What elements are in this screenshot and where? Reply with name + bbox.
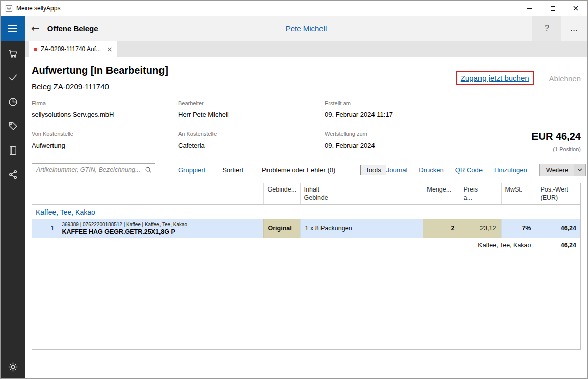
minimize-button[interactable]: [518, 1, 541, 16]
maximize-button[interactable]: [541, 1, 564, 16]
field-label: Bearbeiter: [178, 100, 325, 106]
journal-link[interactable]: Journal: [386, 166, 408, 174]
search-icon[interactable]: [145, 166, 152, 175]
total-amount: EUR 46,24: [531, 131, 581, 143]
app-icon: [5, 5, 13, 12]
document-total: EUR 46,24 (1 Position): [531, 131, 581, 152]
search-input[interactable]: [32, 163, 155, 176]
col-header-inhalt[interactable]: Inhalt Gebinde: [300, 183, 423, 204]
col-header-wert[interactable]: Pos.-Wert (EUR): [537, 183, 580, 204]
sidebar-item-statistics[interactable]: [1, 89, 25, 114]
col-header-menge[interactable]: Menge...: [423, 183, 460, 204]
sidebar: [1, 16, 25, 378]
cell-mwst: 7%: [501, 219, 537, 238]
field-erstellt-am: Erstellt am 09. Februar 2024 11:17: [325, 100, 471, 118]
chevron-down-icon: [574, 164, 585, 176]
unsaved-indicator-dot: [34, 48, 37, 51]
tag-icon: [8, 121, 18, 131]
field-value: sellysolutions Serv.ges.mbH: [32, 111, 178, 118]
document-content: Aufwertung [In Bearbeitung] Beleg ZA-020…: [25, 57, 587, 378]
sidebar-item-tasks[interactable]: [1, 65, 25, 89]
field-bearbeiter: Bearbeiter Herr Pete Michell: [178, 100, 325, 118]
toolbar-actions: Journal Drucken QR Code Hinzufügen Weite…: [386, 164, 586, 176]
tab-document[interactable]: ZA-0209-111740 Auf... ×: [29, 41, 117, 57]
window-title: Meine sellyApps: [16, 5, 60, 12]
col-header-preis[interactable]: Preis a...: [460, 183, 501, 204]
fields-divider: [32, 125, 581, 125]
book-now-link[interactable]: Zugang jetzt buchen: [461, 74, 529, 82]
group-header-row[interactable]: Kaffee, Tee, Kakao: [32, 204, 580, 219]
sidebar-item-journal[interactable]: [1, 138, 25, 162]
cell-gebinde[interactable]: Original: [263, 219, 300, 238]
reject-link[interactable]: Ablehnen: [549, 74, 581, 83]
field-an-kostenstelle: An Kostenstelle Cafeteria: [178, 131, 325, 149]
field-value: Herr Pete Michell: [178, 111, 325, 118]
cart-icon: [8, 48, 18, 59]
back-arrow-icon: ←: [31, 22, 40, 34]
maximize-icon: [551, 6, 555, 11]
field-value: Aufwertung: [32, 141, 178, 149]
field-label: Erstellt am: [325, 100, 471, 106]
field-label: An Kostenstelle: [178, 131, 325, 137]
grouped-toggle[interactable]: Gruppiert: [178, 166, 205, 174]
field-label: Wertstellung zum: [325, 131, 471, 137]
cell-pos-wert: 46,24: [537, 219, 580, 238]
titlebar: Meine sellyApps ×: [1, 1, 587, 16]
table-header-row: Gebinde... Inhalt Gebinde Menge... Preis…: [32, 183, 580, 204]
app-header: ← Offene Belege Pete Michell ? …: [25, 16, 587, 41]
cell-preis[interactable]: 23,12: [460, 219, 501, 238]
col-header-mwst[interactable]: MwSt.: [501, 183, 537, 204]
table-row[interactable]: 1 369389 | 07622200188512 | Kaffee | Kaf…: [32, 219, 580, 238]
pie-chart-icon: [8, 97, 18, 107]
group-summary-row: Kaffee, Tee, Kakao 46,24: [32, 238, 580, 252]
hamburger-icon: [8, 25, 17, 26]
col-header-description[interactable]: [59, 183, 263, 204]
add-item-link[interactable]: Hinzufügen: [494, 166, 527, 174]
more-actions-label: Weitere: [540, 166, 575, 174]
field-value: 09. Februar 2024: [325, 141, 471, 149]
sorted-toggle[interactable]: Sortiert: [222, 166, 243, 174]
group-label[interactable]: Kaffee, Tee, Kakao: [32, 204, 580, 219]
problems-link[interactable]: Probleme oder Fehler (0): [262, 166, 335, 174]
field-value: Cafeteria: [178, 141, 325, 149]
hamburger-menu-button[interactable]: [1, 16, 25, 41]
close-icon: ×: [572, 4, 579, 12]
sidebar-item-articles[interactable]: [1, 114, 25, 138]
current-user-link[interactable]: Pete Michell: [286, 24, 327, 33]
header-more-button[interactable]: …: [561, 16, 587, 41]
check-icon: [8, 72, 18, 83]
total-positions: (1 Position): [531, 146, 581, 152]
field-wertstellung: Wertstellung zum 09. Februar 2024: [325, 131, 471, 149]
minimize-icon: [527, 8, 532, 9]
summary-label: Kaffee, Tee, Kakao: [32, 238, 537, 252]
item-meta: 369389 | 07622200188512 | Kaffee | Kaffe…: [62, 221, 260, 228]
document-actions: Zugang jetzt buchen Ablehnen: [456, 71, 581, 85]
help-button[interactable]: ?: [532, 16, 561, 41]
tools-button[interactable]: Tools: [360, 165, 386, 175]
back-button[interactable]: ←: [31, 23, 40, 33]
sidebar-item-settings[interactable]: [1, 355, 25, 378]
col-header-num[interactable]: [32, 183, 59, 204]
close-button[interactable]: ×: [564, 1, 587, 16]
field-firma: Firma sellysolutions Serv.ges.mbH: [32, 100, 178, 118]
positions-table: Gebinde... Inhalt Gebinde Menge... Preis…: [32, 183, 580, 252]
field-label: Von Kostenstelle: [32, 131, 178, 137]
cell-menge[interactable]: 2: [423, 219, 460, 238]
field-value: 09. Februar 2024 11:17: [325, 111, 471, 118]
more-actions-dropdown[interactable]: Weitere: [539, 164, 586, 176]
tab-close-button[interactable]: ×: [104, 45, 113, 53]
row-description: 369389 | 07622200188512 | Kaffee | Kaffe…: [59, 219, 263, 238]
app-window: Meine sellyApps ×: [0, 0, 588, 379]
col-header-gebinde[interactable]: Gebinde...: [263, 183, 300, 204]
sidebar-item-cart[interactable]: [1, 41, 25, 65]
field-von-kostenstelle: Von Kostenstelle Aufwertung: [32, 131, 178, 149]
tab-label: ZA-0209-111740 Auf...: [41, 45, 101, 53]
sidebar-item-network[interactable]: [1, 162, 25, 186]
qr-code-link[interactable]: QR Code: [455, 166, 483, 174]
page-title: Offene Belege: [47, 24, 98, 33]
print-link[interactable]: Drucken: [419, 166, 443, 174]
book-icon: [8, 145, 18, 156]
gear-icon: [8, 362, 18, 372]
book-link-highlight-box: Zugang jetzt buchen: [456, 71, 534, 85]
search-box: [32, 163, 155, 176]
